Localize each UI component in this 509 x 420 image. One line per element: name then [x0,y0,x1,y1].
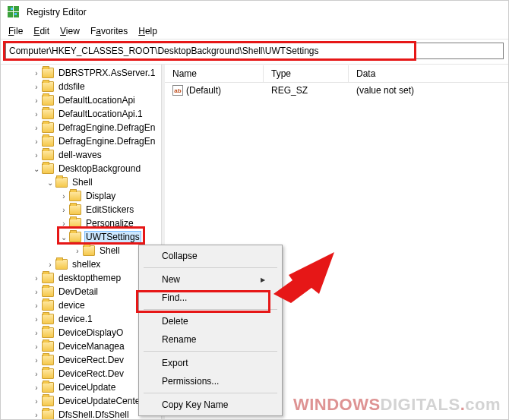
tree-node-label: Display [84,190,117,202]
chevron-right-icon[interactable]: › [58,192,69,201]
folder-icon [69,204,81,215]
chevron-right-icon[interactable]: › [31,397,42,406]
ctx-new[interactable]: New [141,270,280,289]
chevron-right-icon[interactable]: › [31,288,42,296]
ctx-export[interactable]: Export [141,354,280,372]
tree-node[interactable]: ›DeviceRect.Dev [1,353,161,367]
chevron-right-icon[interactable]: › [31,274,42,283]
chevron-right-icon[interactable]: › [31,370,42,378]
folder-icon [69,191,81,201]
col-data[interactable]: Data [349,65,508,82]
chevron-right-icon[interactable]: › [31,96,42,105]
tree-node[interactable]: ›Display [1,189,161,203]
chevron-right-icon[interactable]: › [31,137,42,146]
string-value-icon: ab [172,85,183,96]
tree-node[interactable]: ⌄UWTSettings [1,230,161,244]
chevron-right-icon[interactable]: › [58,219,69,228]
chevron-down-icon[interactable]: ⌄ [45,178,55,187]
folder-icon [42,355,54,365]
tree-node-label: device.1 [57,313,94,325]
tree-node[interactable]: ›DeviceUpdate [1,381,161,394]
chevron-right-icon[interactable]: › [31,329,42,337]
tree-node-label: DeviceUpdateCenter [57,395,144,407]
folder-icon [42,122,54,133]
tree-node-label: ddsfile [57,81,87,93]
chevron-right-icon[interactable]: › [31,83,42,91]
chevron-right-icon[interactable]: › [31,356,42,365]
tree-node[interactable]: ›DfsShell.DfsShell [1,408,161,420]
tree-node[interactable]: ›device [1,298,161,312]
chevron-right-icon[interactable]: › [31,411,42,419]
chevron-right-icon[interactable]: › [31,343,42,351]
ctx-permissions[interactable]: Permissions... [141,372,280,390]
tree-node[interactable]: ›dell-waves [1,148,161,162]
menu-view[interactable]: View [55,24,84,38]
chevron-right-icon[interactable]: › [58,206,69,214]
tree-node-label: DfsShell.DfsShell [57,409,131,420]
menu-bar: File Edit View Favorites Help [1,24,508,39]
tree-node[interactable]: ›ddsfile [1,80,161,93]
menu-favorites[interactable]: Favorites [86,24,132,38]
tree-node[interactable]: ›DeviceManagea [1,339,161,353]
folder-icon [42,382,54,393]
tree-node[interactable]: ›DefaultLocationApi [1,93,161,107]
ctx-find[interactable]: Find... [141,289,280,307]
tree-node-label: Shell [98,245,122,257]
tree-node-label: DeviceUpdate [57,381,117,393]
chevron-right-icon[interactable]: › [31,384,42,392]
tree-node[interactable]: ›EditStickers [1,203,161,216]
tree-node[interactable]: ⌄Shell [1,175,161,189]
menu-file[interactable]: File [4,24,27,38]
chevron-right-icon[interactable]: › [72,247,83,255]
chevron-right-icon[interactable]: › [31,69,42,77]
ctx-rename[interactable]: Rename [141,330,280,349]
folder-icon [42,327,54,338]
tree-node[interactable]: ⌄DesktopBackground [1,162,161,175]
tree-node-label: shellex [71,258,102,270]
tree-node[interactable]: ›DevDetail [1,285,161,298]
ctx-delete[interactable]: Delete [141,312,280,330]
chevron-right-icon[interactable]: › [45,261,55,269]
folder-icon [42,109,54,119]
folder-icon [42,150,54,160]
separator [144,309,277,310]
col-name[interactable]: Name [165,65,264,82]
chevron-right-icon[interactable]: › [31,302,42,310]
chevron-right-icon[interactable]: › [31,110,42,118]
folder-icon [42,163,54,174]
folder-icon [42,68,54,78]
menu-edit[interactable]: Edit [29,24,54,38]
folder-icon [55,177,68,188]
tree-node[interactable]: ›DeviceUpdateCenter [1,394,161,408]
tree-node[interactable]: ›DefragEngine.DefragEn [1,121,161,134]
tree-node-label: DefragEngine.DefragEn [57,135,156,147]
tree-node-label: DevDetail [57,286,100,298]
tree-node[interactable]: ›device.1 [1,312,161,326]
tree-node[interactable]: ›DefragEngine.DefragEn [1,134,161,148]
folder-icon [42,81,54,92]
ctx-collapse[interactable]: Collapse [141,247,280,265]
tree-node[interactable]: ›DeviceDisplayO [1,326,161,339]
list-header: Name Type Data [165,65,508,83]
chevron-right-icon[interactable]: › [31,151,42,159]
tree-node[interactable]: ›shellex [1,257,161,271]
tree-node[interactable]: ›DeviceRect.Dev [1,367,161,381]
chevron-down-icon[interactable]: ⌄ [31,165,42,173]
chevron-down-icon[interactable]: ⌄ [58,233,69,242]
window-title: Registry Editor [27,7,87,17]
chevron-right-icon[interactable]: › [31,124,42,132]
address-bar[interactable] [5,43,504,59]
ctx-copy-key-name[interactable]: Copy Key Name [141,396,280,414]
tree-node[interactable]: ›Personalize [1,216,161,230]
value-row[interactable]: ab (Default) REG_SZ (value not set) [165,83,508,98]
menu-help[interactable]: Help [134,24,162,38]
folder-icon [42,396,54,406]
chevron-right-icon[interactable]: › [31,315,42,324]
tree-node-label: Shell [71,176,94,188]
col-type[interactable]: Type [264,65,349,82]
tree-node[interactable]: ›Shell [1,244,161,257]
tree-node[interactable]: ›desktopthemep [1,271,161,285]
tree-node[interactable]: ›DefaultLocationApi.1 [1,107,161,121]
tree-node[interactable]: ›DBRSTPRX.AsServer.1 [1,66,161,80]
separator [144,267,277,268]
